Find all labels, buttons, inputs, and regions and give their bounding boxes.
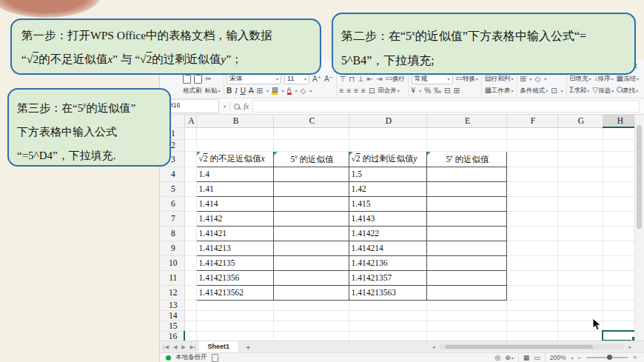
row-header-10[interactable]: 10	[160, 255, 184, 270]
cell-H9[interactable]	[603, 241, 636, 255]
cell-C3[interactable]: 5x 的近似值	[273, 151, 349, 167]
cell-B10[interactable]: 1.4142135	[196, 255, 273, 270]
align-top-icon[interactable]: ⊤	[340, 75, 346, 83]
paste-icon[interactable]	[194, 74, 202, 84]
cell-A11[interactable]	[184, 270, 196, 285]
cell-A8[interactable]	[184, 226, 196, 241]
horizontal-scrollbar-thumb[interactable]	[445, 345, 593, 349]
cell-H5[interactable]	[603, 181, 636, 196]
first-sheet-button[interactable]: ∣◀	[160, 344, 171, 350]
cell-C4[interactable]	[273, 167, 349, 181]
sort-button[interactable]: ↓排序▾	[594, 74, 614, 84]
cell-C16[interactable]	[273, 331, 349, 341]
cell-H13[interactable]	[603, 300, 636, 310]
cell-G16[interactable]	[557, 331, 603, 341]
sum-button[interactable]: Σ求和▾	[569, 86, 589, 95]
cell-E16[interactable]	[426, 331, 506, 341]
cell-E14[interactable]	[426, 310, 506, 321]
cell-D11[interactable]: 1.41421357	[349, 270, 426, 285]
cell-C1[interactable]	[273, 127, 349, 139]
column-header-C[interactable]: C	[273, 115, 349, 127]
row-header-5[interactable]: 5	[160, 181, 184, 196]
sheet-tab-sheet1[interactable]: Sheet1	[199, 341, 240, 353]
cell-H10[interactable]	[603, 255, 636, 270]
increase-decimal-icon[interactable]: ⊟	[444, 87, 450, 95]
decrease-decimal-icon[interactable]: ⊞	[453, 87, 459, 95]
format-painter-button[interactable]: 格式刷	[183, 87, 202, 95]
cell-D4[interactable]: 1.5	[349, 167, 426, 181]
next-sheet-button[interactable]: ▶	[179, 344, 187, 350]
cell-A14[interactable]	[184, 310, 196, 321]
wrap-text-button[interactable]: ▭换行	[386, 74, 405, 84]
cell-E1[interactable]	[426, 127, 506, 139]
cell-F7[interactable]	[506, 211, 557, 226]
decrease-font-icon[interactable]: A⁻	[324, 75, 333, 83]
cell-H11[interactable]	[603, 270, 636, 285]
orientation-icon[interactable]: ⊡	[369, 87, 375, 95]
row-header-15[interactable]: 15	[160, 321, 184, 331]
cell-A1[interactable]	[184, 127, 196, 139]
increase-font-icon[interactable]: A⁺	[312, 75, 321, 83]
cell-shading-icon[interactable]: ◇	[301, 87, 306, 95]
cell-A3[interactable]	[184, 151, 196, 167]
permille-icon[interactable]: ‰	[434, 87, 441, 95]
vertical-scrollbar-thumb[interactable]	[637, 125, 642, 229]
cell-C11[interactable]	[273, 270, 349, 285]
paste-button[interactable]: 粘贴▾	[205, 87, 221, 95]
underline-button[interactable]: U	[241, 87, 246, 95]
cell-D1[interactable]	[349, 127, 426, 139]
cell-F14[interactable]	[506, 310, 557, 321]
cell-C14[interactable]	[273, 310, 349, 321]
filter-button[interactable]: ▽筛选▾	[592, 86, 614, 95]
column-header-A[interactable]: A	[184, 115, 196, 127]
font-name-select[interactable]: 宋体▾	[227, 73, 281, 84]
cell-C6[interactable]	[273, 196, 349, 211]
align-center-icon[interactable]: ≡	[346, 87, 351, 95]
scroll-right-icon[interactable]: ▸	[626, 344, 634, 350]
cell-C2[interactable]	[273, 139, 349, 151]
row-header-11[interactable]: 11	[160, 270, 184, 285]
percent-icon[interactable]: %	[424, 87, 431, 95]
cell-A15[interactable]	[184, 321, 196, 331]
fill-color-icon[interactable]: ▨	[272, 87, 278, 95]
cell-H3[interactable]	[603, 151, 636, 167]
cell-D2[interactable]	[349, 139, 426, 151]
vertical-scrollbar[interactable]	[634, 115, 644, 341]
cell-E11[interactable]	[426, 270, 506, 285]
align-middle-icon[interactable]: ⊓	[349, 75, 355, 83]
format-as-table-icon[interactable]: ⊡	[551, 87, 557, 95]
row-header-4[interactable]: 4	[160, 167, 184, 181]
row-header-13[interactable]: 13	[160, 300, 184, 310]
column-header-D[interactable]: D	[349, 115, 426, 127]
column-header-B[interactable]: B	[196, 115, 273, 127]
cell-D16[interactable]	[349, 331, 426, 341]
column-header-E[interactable]: E	[426, 115, 506, 127]
row-header-6[interactable]: 6	[160, 196, 184, 211]
cell-A6[interactable]	[184, 196, 196, 211]
cell-G6[interactable]	[557, 196, 603, 211]
zoom-out-button[interactable]: −	[578, 354, 582, 361]
previous-sheet-button[interactable]: ◀	[171, 344, 179, 350]
column-header-G[interactable]: G	[557, 115, 603, 127]
cell-E4[interactable]	[426, 167, 506, 181]
cell-E5[interactable]	[426, 181, 506, 196]
row-header-16[interactable]: 16	[160, 331, 184, 341]
fill-button[interactable]: ⊟填充▾	[569, 74, 591, 84]
cell-C10[interactable]	[273, 255, 349, 270]
zoom-slider-knob[interactable]	[607, 355, 612, 360]
cell-C5[interactable]	[273, 181, 349, 196]
cell-C8[interactable]	[273, 226, 349, 241]
zoom-in-button[interactable]: ＋	[632, 353, 639, 362]
decrease-indent-icon[interactable]: ⇤	[367, 75, 373, 83]
cell-G12[interactable]	[557, 285, 603, 300]
cell-D5[interactable]: 1.42	[349, 181, 426, 196]
cell-D12[interactable]: 1.414213563	[349, 285, 426, 300]
zoom-level[interactable]: 200%	[550, 354, 566, 361]
cell-F15[interactable]	[506, 321, 557, 331]
cell-A10[interactable]	[184, 255, 196, 270]
align-right-icon[interactable]: ≡	[354, 87, 358, 95]
align-justify-icon[interactable]: ≡	[361, 87, 366, 95]
row-header-9[interactable]: 9	[160, 241, 184, 255]
selection-mode-button[interactable]: ⊕▾	[505, 354, 514, 361]
cell-D15[interactable]	[349, 321, 426, 331]
